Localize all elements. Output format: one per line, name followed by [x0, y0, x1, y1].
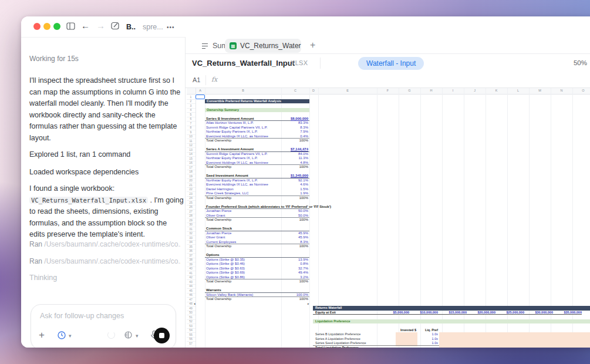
- column-header-E[interactable]: E: [346, 89, 349, 92]
- row-number[interactable]: 21: [187, 183, 195, 187]
- sheet-cell-value[interactable]: 92.1%: [298, 178, 308, 183]
- liqpref-multiple[interactable]: 1.0x: [420, 337, 438, 342]
- sheet-cell-value[interactable]: 100%: [299, 139, 308, 143]
- explored-summary[interactable]: Explored 1 list, ran 1 command: [29, 149, 184, 161]
- row-number[interactable]: 11: [187, 139, 195, 143]
- sheet-cell-label[interactable]: Evercrest Holdings IX LLC, as Nominee: [206, 183, 268, 187]
- liqpref-label[interactable]: Series Seed Liquidation Preference: [315, 341, 366, 346]
- sheet-cell-value[interactable]: 100%: [299, 244, 308, 249]
- ran-command-1[interactable]: Ran /Users/baumann/.cache/codex-runtimes…: [29, 240, 181, 248]
- sheet-tab-pill[interactable]: Waterfall - Input: [358, 57, 424, 70]
- row-number[interactable]: 46: [187, 293, 195, 296]
- sheet-cell-value[interactable]: 8.3%: [300, 126, 308, 130]
- sheet-cell-value[interactable]: $7,144,474: [291, 147, 308, 152]
- row-number[interactable]: 20: [187, 178, 195, 182]
- sheet-cell-value[interactable]: 0.4%: [300, 134, 308, 139]
- sheet-cell-value[interactable]: 8.3%: [300, 240, 308, 245]
- close-window-button[interactable]: [33, 23, 41, 30]
- column-header-I[interactable]: I: [453, 89, 454, 92]
- sheet-cell-value[interactable]: 84.0%: [298, 152, 308, 157]
- sheet-cell-value[interactable]: 49.4%: [298, 271, 308, 275]
- section-band-cell[interactable]: Convertible Preferred Returns Waterfall …: [205, 99, 309, 104]
- row-number[interactable]: 22: [187, 187, 195, 191]
- invested-column-header[interactable]: Invested $: [390, 328, 416, 333]
- row-number[interactable]: 45: [187, 289, 195, 292]
- sheet-cell-label[interactable]: Northstar Equity Partners IX, L.P.: [206, 130, 258, 134]
- row-number[interactable]: 8: [187, 126, 195, 129]
- row-number[interactable]: 37: [187, 254, 195, 257]
- sheet-cell-value[interactable]: 50.0%: [298, 209, 308, 214]
- sheet-cell-value[interactable]: 100.0%: [296, 293, 308, 298]
- row-number[interactable]: 29: [187, 218, 195, 222]
- row-number[interactable]: 18: [187, 170, 195, 173]
- sheet-cell-value[interactable]: 7.9%: [300, 130, 308, 134]
- sheet-cell-value[interactable]: 4.6%: [300, 183, 308, 187]
- sheet-cell-label[interactable]: Total Ownership: [206, 297, 231, 302]
- sheet-cell-value[interactable]: 13.9%: [298, 258, 308, 262]
- sheet-cell-label[interactable]: Options (Strike @ $0.86): [206, 275, 245, 280]
- back-icon[interactable]: ←: [81, 21, 90, 31]
- total-liquidation-preference-label[interactable]: Total Liquidation Preference: [315, 346, 359, 348]
- minimize-window-button[interactable]: [43, 23, 50, 30]
- chevron-down-icon[interactable]: ▾: [69, 333, 72, 339]
- breadcrumb-primary[interactable]: B..: [126, 23, 136, 31]
- column-header-K[interactable]: K: [495, 89, 498, 92]
- row-number[interactable]: 52: [187, 319, 195, 323]
- section-band-cell[interactable]: Ownership Summary: [205, 108, 309, 113]
- row-number[interactable]: 50: [187, 311, 195, 314]
- sheet-cell-value[interactable]: 11.3%: [298, 156, 308, 161]
- row-number[interactable]: 57: [187, 342, 195, 345]
- row-number[interactable]: 49: [187, 306, 195, 310]
- row-number[interactable]: 9: [187, 130, 195, 134]
- sheet-cell-label[interactable]: Total Ownership: [206, 218, 231, 223]
- column-header-H[interactable]: H: [430, 89, 433, 92]
- sheet-cell-value[interactable]: $1,345,000: [291, 174, 308, 178]
- column-header-N[interactable]: N: [561, 89, 563, 92]
- row-number[interactable]: 12: [187, 143, 195, 147]
- sheet-cell-label[interactable]: Common Stock: [206, 227, 232, 231]
- row-number[interactable]: 19: [187, 174, 195, 178]
- sheet-cell-label[interactable]: Daniel Harrington: [206, 187, 234, 192]
- sheet-cell-value[interactable]: 45.9%: [298, 235, 308, 240]
- split-scroll-right-icon[interactable]: ▸: [308, 302, 309, 305]
- sheet-cell-label[interactable]: Options (Strike @ $0.63): [206, 267, 245, 271]
- row-number[interactable]: 54: [187, 328, 195, 332]
- sheet-cell-label[interactable]: Options (Strike @ $0.35): [206, 258, 245, 262]
- loaded-dependencies[interactable]: Loaded workspace dependencies: [29, 167, 184, 178]
- row-number[interactable]: 31: [187, 227, 195, 231]
- liqpref-multiple[interactable]: 1.0x: [420, 341, 438, 346]
- stop-button[interactable]: [154, 328, 170, 343]
- row-number[interactable]: 43: [187, 280, 195, 284]
- tab-workbook[interactable]: ▦ VC_Returns_Water: [225, 39, 301, 53]
- sheet-cell-label[interactable]: Warrants: [206, 288, 221, 293]
- sheet-cell-label[interactable]: Series A Investment Amount: [206, 147, 254, 152]
- sheet-cell-label[interactable]: Options (Strike @ $0.46): [206, 262, 245, 267]
- row-number[interactable]: 7: [187, 122, 195, 125]
- liqpref-multiple[interactable]: 1.0x: [420, 332, 438, 337]
- sheet-cell-label[interactable]: Silicon Valley Bank (Warrants): [206, 293, 253, 298]
- sheet-cell-label[interactable]: Summit Ridge Capital Partners VII, L.P.: [206, 152, 268, 157]
- sheet-cell-value[interactable]: 100%: [299, 218, 308, 223]
- row-number[interactable]: 13: [187, 148, 195, 151]
- sidebar-toggle-icon[interactable]: [66, 21, 76, 33]
- liqpref-label[interactable]: Series B Liquidation Preference: [315, 332, 360, 337]
- row-number[interactable]: 32: [187, 231, 195, 235]
- liquidation-preference-band[interactable]: Liquidation Preference: [313, 319, 590, 324]
- row-number[interactable]: 35: [187, 245, 195, 248]
- sheet-cell-value[interactable]: 4.8%: [300, 161, 308, 166]
- row-number[interactable]: 5: [187, 113, 195, 116]
- zoom-level[interactable]: 50%: [574, 59, 587, 66]
- row-number[interactable]: 39: [187, 262, 195, 266]
- equity-exit-value[interactable]: $15,000,000: [440, 311, 467, 315]
- equity-at-exit-label[interactable]: Equity at Exit: [315, 311, 336, 315]
- sheet-cell-label[interactable]: Evercrest Holdings IX LLC, as Nominee: [206, 134, 268, 139]
- row-number[interactable]: 30: [187, 223, 195, 226]
- row-number[interactable]: 38: [187, 258, 195, 261]
- sheet-cell-value[interactable]: 45.9%: [298, 231, 308, 236]
- column-header-J[interactable]: J: [474, 89, 476, 92]
- sheet-cell-label[interactable]: Total Ownership: [206, 196, 231, 201]
- row-number[interactable]: 6: [187, 117, 195, 120]
- compose-icon[interactable]: [110, 21, 120, 33]
- row-number[interactable]: 24: [187, 196, 195, 200]
- sheet-cell-label[interactable]: Founder Preferred Stock (which abbreviat…: [206, 205, 331, 210]
